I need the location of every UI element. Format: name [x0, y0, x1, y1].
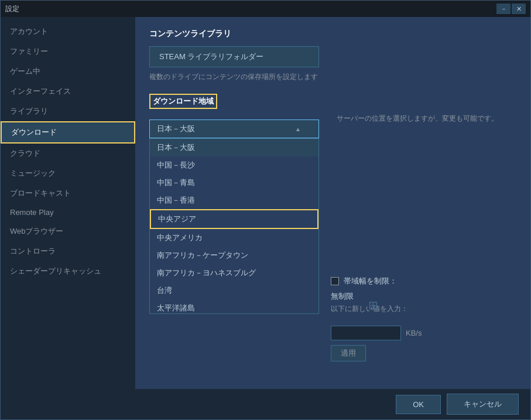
cancel-button[interactable]: キャンセル	[447, 394, 519, 415]
sidebar-item-interface[interactable]: インターフェイス	[1, 81, 135, 101]
library-section-title: コンテンツライブラリ	[149, 29, 516, 39]
bandwidth-input-hint: 以下に新しい値を入力：	[331, 304, 516, 314]
unlimited-label: 無制限	[331, 291, 516, 302]
library-description: 複数のドライブにコンテンツの保存場所を設定します	[149, 72, 516, 82]
dropdown-item-4[interactable]: 中央アジア	[150, 209, 318, 229]
bandwidth-input-row: KB/s	[331, 326, 516, 340]
dropdown-item-2[interactable]: 中国－青島	[150, 174, 318, 192]
bandwidth-input-field[interactable]	[331, 326, 401, 340]
bandwidth-limit-label: 帯域幅を制限：	[344, 276, 397, 286]
dropdown-item-6[interactable]: 南アフリカ－ケープタウン	[150, 247, 318, 264]
cache-section: ダウンロードキャッシュをクリアする ダウンロードキャッシュをクリアすることで、ア…	[149, 379, 516, 389]
sidebar-item-broadcast[interactable]: ブロードキャスト	[1, 183, 135, 203]
settings-window: 設定 － ✕ アカウント ファミリー ゲーム中 インターフェイス ライブラリ ダ…	[0, 0, 531, 420]
sidebar-item-ingame[interactable]: ゲーム中	[1, 62, 135, 81]
server-hint-text: サーバーの位置を選択しますが、変更も可能です。	[337, 114, 516, 124]
bandwidth-section: 帯域幅を制限： 無制限 以下に新しい値を入力： KB/s 適用	[331, 276, 516, 361]
region-dropdown-list: 日本－大阪 中国－長沙 中国－青島 中国－香港 中央アジア 中央アメリカ 南アフ…	[149, 138, 319, 314]
sidebar-item-music[interactable]: ミュージック	[1, 163, 135, 183]
title-bar-buttons: － ✕	[496, 4, 526, 14]
dropdown-item-0[interactable]: 日本－大阪	[150, 139, 318, 156]
content-area: コンテンツライブラリ STEAM ライブラリフォルダー 複数のドライブにコンテン…	[135, 17, 530, 389]
sidebar-item-library[interactable]: ライブラリ	[1, 101, 135, 121]
library-folder-button[interactable]: STEAM ライブラリフォルダー	[149, 46, 319, 67]
title-bar: 設定 － ✕	[1, 1, 530, 17]
download-region-title: ダウンロード地域	[149, 94, 217, 109]
sidebar-item-family[interactable]: ファミリー	[1, 42, 135, 62]
sidebar-item-cloud[interactable]: クラウド	[1, 144, 135, 163]
main-content: アカウント ファミリー ゲーム中 インターフェイス ライブラリ ダウンロード ク…	[1, 17, 530, 389]
region-dropdown-selected[interactable]: 日本－大阪 ▲	[149, 119, 319, 138]
dropdown-item-9[interactable]: 太平洋諸島	[150, 299, 318, 314]
region-dropdown[interactable]: 日本－大阪 ▲ 日本－大阪 中国－長沙 中国－青島 中国－香港 中央アジア 中央…	[149, 119, 319, 138]
apply-button[interactable]: 適用	[331, 345, 366, 361]
dropdown-item-8[interactable]: 台湾	[150, 282, 318, 299]
close-button[interactable]: ✕	[512, 4, 526, 14]
region-selected-value: 日本－大阪	[157, 124, 195, 134]
sidebar-item-download[interactable]: ダウンロード	[1, 121, 135, 144]
ok-button[interactable]: OK	[396, 395, 441, 414]
dropdown-item-7[interactable]: 南アフリカ－ヨハネスブルグ	[150, 264, 318, 282]
window-title: 設定	[5, 4, 19, 14]
sidebar: アカウント ファミリー ゲーム中 インターフェイス ライブラリ ダウンロード ク…	[1, 17, 135, 389]
bandwidth-limit-row: 帯域幅を制限：	[331, 276, 516, 286]
unit-label: KB/s	[406, 329, 422, 337]
footer: OK キャンセル	[1, 389, 530, 419]
dropdown-item-1[interactable]: 中国－長沙	[150, 156, 318, 174]
sidebar-item-remoteplay[interactable]: Remote Play	[1, 203, 135, 221]
bandwidth-checkbox[interactable]	[331, 277, 339, 285]
sidebar-item-webbrowser[interactable]: Webブラウザー	[1, 221, 135, 241]
dropdown-item-5[interactable]: 中央アメリカ	[150, 229, 318, 247]
minimize-button[interactable]: －	[496, 4, 511, 14]
sidebar-item-shadercache[interactable]: シェーダープリキャッシュ	[1, 261, 135, 281]
sidebar-item-account[interactable]: アカウント	[1, 22, 135, 42]
dropdown-up-arrow: ▲	[295, 126, 301, 132]
grid-icon: ⊞	[368, 298, 378, 312]
dropdown-item-3[interactable]: 中国－香港	[150, 192, 318, 209]
sidebar-item-controller[interactable]: コントローラ	[1, 241, 135, 261]
